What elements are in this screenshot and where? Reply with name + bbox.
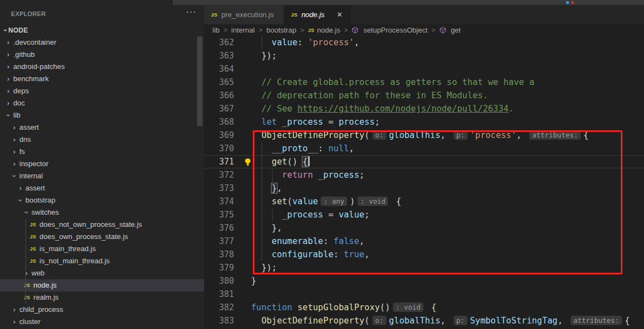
tree-item-benchmark[interactable]: benchmark [0, 73, 204, 85]
code-line-370[interactable]: 370 __proto__: null, [204, 142, 644, 155]
code-token: return [282, 170, 313, 180]
line-number[interactable]: 380 [204, 274, 234, 288]
line-number[interactable]: 381 [204, 288, 234, 301]
code-token: SymbolToStringTag [470, 316, 558, 326]
tree-item-label: realm.js [34, 291, 59, 304]
code-line-380[interactable]: 380} [204, 274, 644, 288]
line-number[interactable]: 362 [204, 36, 234, 49]
breadcrumb-item-internal[interactable]: >internal [220, 26, 255, 34]
line-number[interactable]: 369 [204, 129, 234, 142]
line-number[interactable]: 377 [204, 235, 234, 248]
tree-item-does-not-own-process-state-js[interactable]: JSdoes_not_own_process_state.js [0, 219, 204, 231]
code-editor[interactable]: 362 value: 'process',363 });364365 // Cr… [204, 36, 644, 329]
code-line-378[interactable]: 378 configurable: true, [204, 248, 644, 261]
tree-item-assert[interactable]: assert [0, 121, 204, 134]
code-line-375[interactable]: 375 _process = value; [204, 208, 644, 221]
code-token: false [333, 236, 359, 246]
line-number[interactable]: 365 [204, 76, 234, 89]
tree-item-node-js[interactable]: JSnode.js [0, 279, 204, 291]
tree-item-internal[interactable]: internal [0, 170, 204, 182]
code-line-372[interactable]: 372 return _process; [204, 168, 644, 182]
code-line-376[interactable]: 376 }, [204, 221, 644, 235]
code-line-366[interactable]: 366 // deprecation path for these in ES … [204, 89, 644, 102]
lightbulb-icon[interactable] [245, 158, 251, 166]
symbol-cube-icon [439, 26, 449, 34]
code-line-367[interactable]: 367 // See https://github.com/nodejs/nod… [204, 102, 644, 115]
tree-item-cluster[interactable]: cluster [0, 316, 204, 328]
code-line-373[interactable]: 373 }, [204, 182, 644, 195]
chevron-right-icon: > [259, 26, 263, 34]
line-number[interactable]: 366 [204, 89, 234, 102]
breadcrumb-item-lib[interactable]: lib [212, 26, 220, 34]
explorer-section-node[interactable]: NODE [0, 24, 204, 36]
line-number[interactable]: 374 [204, 195, 234, 208]
code-line-381[interactable]: 381 [204, 288, 644, 301]
code-token [251, 51, 262, 61]
tree-item-inspector[interactable]: inspector [0, 158, 204, 170]
tab-label: pre_execution.js [221, 10, 274, 19]
code-line-364[interactable]: 364 [204, 62, 644, 76]
line-number[interactable]: 382 [204, 301, 234, 314]
tree-item-does-own-process-state-js[interactable]: JSdoes_own_process_state.js [0, 231, 204, 243]
tree-item-assert[interactable]: assert [0, 182, 204, 194]
sidebar-scrollbar[interactable] [197, 36, 203, 126]
line-number[interactable]: 364 [204, 62, 234, 76]
code-line-365[interactable]: 365 // Create global.process as getters … [204, 76, 644, 89]
code-line-371[interactable]: 371 get() { [204, 155, 644, 168]
line-number[interactable]: 376 [204, 221, 234, 235]
tab-pre-execution-js[interactable]: JSpre_execution.js [204, 5, 284, 24]
tree-item--devcontainer[interactable]: .devcontainer [0, 36, 204, 49]
tab-label: node.js [301, 10, 324, 19]
code-line-368[interactable]: 368 let _process = process; [204, 115, 644, 129]
code-token: : [333, 250, 344, 259]
tree-item-bootstrap[interactable]: bootstrap [0, 194, 204, 206]
tab-node-js[interactable]: JSnode.js✕ [284, 5, 351, 24]
code-line-362[interactable]: 362 value: 'process', [204, 36, 644, 49]
line-number[interactable]: 378 [204, 248, 234, 261]
tree-item-is-not-main-thread-js[interactable]: JSis_not_main_thread.js [0, 255, 204, 267]
code-token: { [625, 316, 630, 326]
breadcrumb-item-bootstrap[interactable]: >bootstrap [255, 26, 296, 34]
breadcrumb-item-get[interactable]: >get [428, 26, 461, 34]
tree-item-child-process[interactable]: child_process [0, 304, 204, 316]
explorer-more-actions-icon[interactable]: ··· [186, 7, 196, 17]
tree-item-fs[interactable]: fs [0, 146, 204, 158]
line-number[interactable]: 367 [204, 102, 234, 115]
code-token: // See [262, 104, 297, 114]
tree-indent-guide [25, 219, 26, 304]
tree-item--github[interactable]: .github [0, 49, 204, 61]
tree-item-deps[interactable]: deps [0, 85, 204, 97]
breadcrumb-item-node-js[interactable]: >JSnode.js [296, 26, 340, 34]
code-line-383[interactable]: 383 ObjectDefineProperty(o:globalThis, p… [204, 314, 644, 327]
tree-item-doc[interactable]: doc [0, 97, 204, 109]
explorer-sidebar: EXPLORER ··· NODE .devcontainer.githuban… [0, 5, 204, 329]
code-link[interactable]: https://github.com/nodejs/node/pull/2633… [297, 104, 509, 114]
code-line-374[interactable]: 374 set(value: any): void { [204, 195, 644, 208]
js-file-icon: JS [30, 231, 36, 243]
tree-item-label: cluster [19, 316, 40, 328]
line-number[interactable]: 372 [204, 168, 234, 182]
line-number[interactable]: 383 [204, 314, 234, 327]
code-line-377[interactable]: 377 enumerable: false, [204, 235, 644, 248]
code-line-369[interactable]: 369 ObjectDefineProperty(o:globalThis, p… [204, 129, 644, 142]
code-line-363[interactable]: 363 }); [204, 49, 644, 62]
tree-item-switches[interactable]: switches [0, 206, 204, 219]
line-number[interactable]: 363 [204, 49, 234, 62]
tree-item-realm-js[interactable]: JSrealm.js [0, 291, 204, 304]
tree-item-android-patches[interactable]: android-patches [0, 61, 204, 73]
line-number[interactable]: 371 [204, 155, 234, 168]
tree-item-is-main-thread-js[interactable]: JSis_main_thread.js [0, 243, 204, 255]
line-number[interactable]: 373 [204, 182, 234, 195]
line-number[interactable]: 370 [204, 142, 234, 155]
line-number[interactable]: 375 [204, 208, 234, 221]
tree-item-lib[interactable]: lib [0, 109, 204, 121]
close-icon[interactable]: ✕ [336, 10, 344, 19]
breadcrumb-item-setupprocessobject[interactable]: >setupProcessObject [340, 26, 427, 34]
tree-item-web[interactable]: web [0, 267, 204, 279]
tree-item-dns[interactable]: dns [0, 134, 204, 146]
line-number[interactable]: 368 [204, 115, 234, 129]
line-number[interactable]: 379 [204, 261, 234, 274]
code-token: () [287, 157, 302, 167]
code-line-379[interactable]: 379 }); [204, 261, 644, 274]
code-line-382[interactable]: 382function setupGlobalProxy(): void { [204, 301, 644, 314]
